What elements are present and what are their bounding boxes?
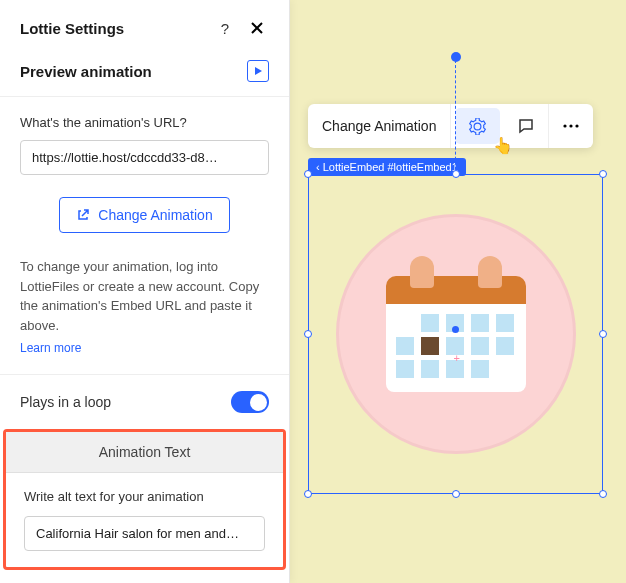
rotate-handle[interactable] [451, 52, 461, 62]
svg-point-0 [564, 124, 567, 127]
badge-label: LottieEmbed #lottieEmbed1 [323, 161, 458, 173]
cursor-pointer-icon: 👆 [493, 136, 513, 155]
change-btn-label: Change Animation [98, 207, 212, 223]
more-icon [563, 124, 579, 128]
resize-handle-ml[interactable] [304, 330, 312, 338]
preview-row: Preview animation [0, 52, 289, 97]
alt-label: Write alt text for your animation [24, 489, 265, 504]
resize-handle-bl[interactable] [304, 490, 312, 498]
loop-toggle[interactable] [231, 391, 269, 413]
alt-text-section: Write alt text for your animation Califo… [6, 473, 283, 567]
resize-handle-tm[interactable] [452, 170, 460, 178]
animation-text-header: Animation Text [6, 432, 283, 473]
canvas[interactable]: Change Animation 👆 ‹ LottieEmbed #lottie… [290, 0, 626, 583]
panel-title: Lottie Settings [20, 20, 205, 37]
settings-panel: Lottie Settings ? Preview animation What… [0, 0, 290, 583]
animation-preview: + [329, 195, 582, 473]
url-input[interactable]: https://lottie.host/cdccdd33-d8… [20, 140, 269, 175]
gear-icon [469, 118, 486, 135]
url-section: What's the animation's URL? https://lott… [0, 97, 289, 356]
rotate-line [455, 60, 456, 175]
calendar-icon: + [386, 276, 526, 392]
resize-handle-tr[interactable] [599, 170, 607, 178]
svg-point-1 [570, 124, 573, 127]
resize-handle-br[interactable] [599, 490, 607, 498]
loop-label: Plays in a loop [20, 394, 231, 410]
loop-row: Plays in a loop [0, 375, 289, 429]
panel-header: Lottie Settings ? [0, 0, 289, 52]
learn-more-link[interactable]: Learn more [20, 341, 81, 355]
close-icon[interactable] [245, 16, 269, 40]
preview-background: + [336, 214, 576, 454]
help-icon[interactable]: ? [213, 16, 237, 40]
resize-handle-tl[interactable] [304, 170, 312, 178]
url-label: What's the animation's URL? [20, 115, 269, 130]
resize-handle-mr[interactable] [599, 330, 607, 338]
preview-label: Preview animation [20, 63, 247, 80]
resize-handle-bm[interactable] [452, 490, 460, 498]
chevron-left-icon: ‹ [316, 161, 320, 173]
element-toolbar: Change Animation [308, 104, 593, 148]
help-text: To change your animation, log into Lotti… [20, 257, 269, 335]
comment-icon [518, 118, 534, 134]
play-button[interactable] [247, 60, 269, 82]
change-animation-button[interactable]: Change Animation [59, 197, 229, 233]
svg-point-2 [576, 124, 579, 127]
selection-box[interactable]: + [308, 174, 603, 494]
animation-text-section: Animation Text Write alt text for your a… [3, 429, 286, 570]
toolbar-more-button[interactable] [549, 104, 593, 148]
alt-text-input[interactable]: California Hair salon for men and… [24, 516, 265, 551]
toolbar-change-animation[interactable]: Change Animation [308, 104, 451, 148]
external-link-icon [76, 208, 90, 222]
